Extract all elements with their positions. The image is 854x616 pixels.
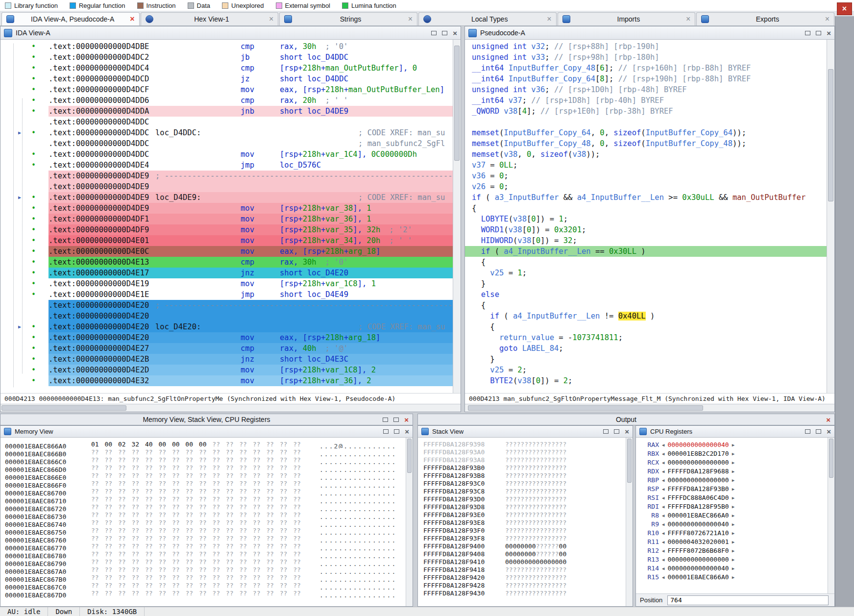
maximize-icon[interactable] <box>431 31 437 35</box>
disassembly-line[interactable]: .text:00000000000D4E20; ----------------… <box>0 300 453 311</box>
left-arrow-icon[interactable]: ◀ <box>662 573 664 582</box>
register-row[interactable]: R10◀FFFFF80726721A10▶ <box>636 529 828 538</box>
dock-titlebar[interactable]: Memory View, Stack View, CPU Registers × <box>0 414 413 425</box>
maximize-icon[interactable] <box>383 429 389 434</box>
pseudocode-line[interactable]: if ( a4_InputBuffer__Len != 0x40LL ) <box>465 311 827 321</box>
memory-row[interactable]: 000001E8AEC867C0?? ?? ?? ?? ?? ?? ?? ?? … <box>0 582 406 590</box>
pseudocode-horizontal-scrollbar[interactable] <box>465 404 834 412</box>
disassembly-line[interactable]: •.text:00000000000D4DCDjzshort loc_D4DDC <box>0 74 453 84</box>
pseudocode-line[interactable]: { <box>465 203 827 214</box>
right-arrow-icon[interactable]: ▶ <box>732 538 734 546</box>
disassembly-line[interactable]: •.text:00000000000D4DE9mov[rsp+218h+var_… <box>0 203 453 214</box>
ida-view-titlebar[interactable]: IDA View-A × <box>0 26 461 40</box>
pseudocode-line[interactable]: goto LABEL_84; <box>465 343 827 354</box>
disassembly-line[interactable]: •.text:00000000000D4E32mov[rsp+218h+var_… <box>0 375 453 386</box>
disassembly-line[interactable]: •.text:00000000000D4E0Cmoveax, [rsp+218h… <box>0 246 453 257</box>
disassembly-line[interactable]: •.text:00000000000D4E01mov[rsp+218h+var_… <box>0 235 453 246</box>
right-arrow-icon[interactable]: ▶ <box>732 441 734 449</box>
disassembly-line[interactable]: .text:00000000000D4DE9 <box>0 181 453 192</box>
close-icon[interactable]: × <box>404 416 409 423</box>
close-icon[interactable]: × <box>826 416 830 423</box>
close-icon[interactable]: × <box>827 428 831 435</box>
memory-row[interactable]: 000001E8AEC866D0?? ?? ?? ?? ?? ?? ?? ?? … <box>0 464 406 472</box>
ida-vertical-scrollbar[interactable] <box>453 40 461 393</box>
stack-row[interactable]: FFFFFD8A128F93D0???????????????? <box>418 495 626 503</box>
right-arrow-icon[interactable]: ▶ <box>732 467 734 476</box>
tab-close-icon[interactable]: × <box>686 15 690 23</box>
pseudocode-line[interactable]: memset(InputBuffer_Copy_64, 0, sizeof(In… <box>465 127 827 138</box>
memory-row[interactable]: 000001E8AEC86750?? ?? ?? ?? ?? ?? ?? ?? … <box>0 527 406 535</box>
maximize-icon[interactable] <box>805 31 810 35</box>
memory-row[interactable]: 000001E8AEC867A0?? ?? ?? ?? ?? ?? ?? ?? … <box>0 566 406 574</box>
register-row[interactable]: RDI◀FFFFFD8A128F95B0▶ <box>636 502 828 511</box>
memory-row[interactable]: 000001E8AEC866B0?? ?? ?? ?? ?? ?? ?? ?? … <box>0 448 406 456</box>
output-titlebar[interactable]: Output × <box>417 414 835 425</box>
left-arrow-icon[interactable]: ◀ <box>662 538 664 546</box>
register-row[interactable]: R15◀000001E8AEC866A0▶ <box>636 573 828 582</box>
left-arrow-icon[interactable]: ◀ <box>662 458 664 467</box>
left-arrow-icon[interactable]: ◀ <box>662 485 664 493</box>
pseudocode-line[interactable]: } <box>465 278 827 289</box>
tab-close-icon[interactable]: × <box>547 15 551 23</box>
disassembly-line[interactable]: •.text:00000000000D4DE4jmploc_D576C <box>0 160 453 171</box>
float-icon[interactable] <box>816 31 821 35</box>
disassembly-line[interactable]: ▶•.text:00000000000D4DDCloc_D4DDC:; CODE… <box>0 127 453 138</box>
left-arrow-icon[interactable]: ◀ <box>662 467 664 476</box>
stack-row[interactable]: FFFFFD8A128F93E0???????????????? <box>418 511 626 519</box>
pseudocode-line[interactable]: v26 = 0; <box>465 181 827 192</box>
ida-horizontal-scrollbar[interactable] <box>0 404 461 412</box>
disassembly-line[interactable]: •.text:00000000000D4E13cmprax, 30h; '0' <box>0 257 453 268</box>
disassembly-line[interactable]: •.text:00000000000D4E27cmprax, 40h; '@' <box>0 343 453 354</box>
stack-row[interactable]: FFFFFD8A128F9418???????????????? <box>418 566 626 574</box>
left-arrow-icon[interactable]: ◀ <box>662 502 664 511</box>
close-icon[interactable]: × <box>453 29 457 37</box>
left-arrow-icon[interactable]: ◀ <box>662 493 664 502</box>
right-arrow-icon[interactable]: ▶ <box>732 555 734 564</box>
stack-row[interactable]: FFFFFD8A128F9398???????????????? <box>418 441 626 448</box>
left-arrow-icon[interactable]: ◀ <box>662 520 664 529</box>
pseudocode-line[interactable]: if ( a3_InputBuffer && a4_InputBuffer__L… <box>465 192 827 203</box>
register-row[interactable]: R8◀000001E8AEC866A0▶ <box>636 511 828 520</box>
memory-row[interactable]: 000001E8AEC86790?? ?? ?? ?? ?? ?? ?? ?? … <box>0 558 406 566</box>
disassembly-line[interactable]: .text:00000000000D4E20 <box>0 311 453 321</box>
tab-local-types[interactable]: Local Types× <box>418 12 557 25</box>
pseudocode-line[interactable]: unsigned int v32; // [rsp+88h] [rbp-190h… <box>465 41 827 52</box>
left-arrow-icon[interactable]: ◀ <box>662 546 664 555</box>
close-icon[interactable]: × <box>625 428 629 435</box>
right-arrow-icon[interactable]: ▶ <box>732 449 734 458</box>
stack-row[interactable]: FFFFFD8A128F93F8???????????????? <box>418 535 626 542</box>
disassembly-line[interactable]: •.text:00000000000D4E19mov[rsp+218h+var_… <box>0 278 453 289</box>
cpu-registers-titlebar[interactable]: CPU Registers × <box>636 426 834 438</box>
right-arrow-icon[interactable]: ▶ <box>732 520 734 529</box>
memory-scrollbar[interactable] <box>406 438 413 606</box>
register-row[interactable]: R9◀0000000000000040▶ <box>636 520 828 529</box>
memory-row[interactable]: 000001E8AEC866A001 00 02 32 40 00 00 00 … <box>0 441 406 448</box>
register-row[interactable]: RCX◀0000000000000000▶ <box>636 458 828 467</box>
disassembly-line[interactable]: •.text:00000000000D4DC2jbshort loc_D4DDC <box>0 52 453 63</box>
pseudocode-line[interactable]: if ( a4_InputBuffer__Len == 0x30LL ) <box>465 246 827 257</box>
pseudocode-line[interactable]: v25 = 2; <box>465 365 827 375</box>
stack-row[interactable]: FFFFFD8A128F9428???????????????? <box>418 582 626 590</box>
window-close-button[interactable]: × <box>837 2 852 15</box>
stack-row[interactable]: FFFFFD8A128F940800000000??????00 <box>418 550 626 558</box>
memory-row[interactable]: 000001E8AEC86720?? ?? ?? ?? ?? ?? ?? ?? … <box>0 503 406 511</box>
maximize-icon[interactable] <box>383 418 388 422</box>
stack-row[interactable]: FFFFFD8A128F93F0???????????????? <box>418 527 626 535</box>
register-row[interactable]: R12◀FFFFF8072B6B68F0▶ <box>636 546 828 555</box>
pseudocode-line[interactable]: v36 = 0; <box>465 171 827 181</box>
float-icon[interactable] <box>442 31 447 35</box>
register-row[interactable]: R13◀0000000000000000▶ <box>636 555 828 564</box>
pseudocode-line[interactable]: WORD1(v38[0]) = 0x3201; <box>465 224 827 235</box>
memory-row[interactable]: 000001E8AEC866F0?? ?? ?? ?? ?? ?? ?? ?? … <box>0 480 406 488</box>
disassembly-line[interactable]: •.text:00000000000D4E1Ejmpshort loc_D4E4… <box>0 289 453 300</box>
right-arrow-icon[interactable]: ▶ <box>732 493 734 502</box>
register-row[interactable]: RDX◀FFFFFD8A128F9688▶ <box>636 467 828 476</box>
disassembly-line[interactable]: •.text:00000000000D4DF1mov[rsp+218h+var_… <box>0 214 453 224</box>
tab-close-icon[interactable]: × <box>408 15 413 23</box>
pseudocode-line[interactable]: LOBYTE(v38[0]) = 1; <box>465 214 827 224</box>
right-arrow-icon[interactable]: ▶ <box>732 502 734 511</box>
disassembly-line[interactable]: •.text:00000000000D4E17jnzshort loc_D4E2… <box>0 268 453 278</box>
left-arrow-icon[interactable]: ◀ <box>662 555 664 564</box>
memory-row[interactable]: 000001E8AEC866E0?? ?? ?? ?? ?? ?? ?? ?? … <box>0 472 406 480</box>
register-row[interactable]: RSI◀FFFFDC888A06C4D0▶ <box>636 493 828 502</box>
